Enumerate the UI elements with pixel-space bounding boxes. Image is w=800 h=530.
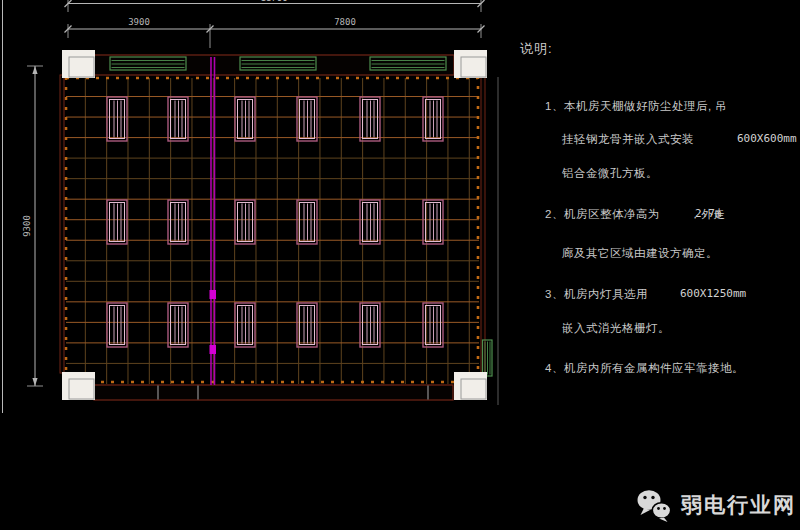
grille-light-fixture	[168, 303, 188, 347]
watermark: 弱电行业网	[634, 487, 796, 523]
structural-column	[62, 372, 95, 400]
note-text: 嵌入式消光格栅灯。	[562, 322, 670, 334]
grille-light-fixture	[297, 303, 317, 347]
notes-panel: 说明: 1、本机房天棚做好防尘处理后, 吊挂轻钢龙骨并嵌入式安装600X600m…	[520, 0, 800, 420]
dimension-label: 9300	[22, 215, 32, 237]
ceiling-grid	[66, 78, 479, 384]
note-text: 廊及其它区域由建设方确定。	[562, 247, 718, 259]
grille-lights	[107, 97, 443, 347]
structural-column	[62, 50, 95, 78]
grille-light-fixture	[423, 97, 443, 141]
cad-screenshot: 11700390078009300 说明: 1、本机房天棚做好防尘处理后, 吊挂…	[0, 0, 800, 530]
partition-wall	[210, 57, 217, 385]
grille-light-fixture	[235, 97, 255, 141]
note-line: 1、本机房天棚做好防尘处理后, 吊	[545, 99, 727, 114]
note-spec-value: 600X600mm	[737, 132, 797, 145]
grille-light-fixture	[235, 200, 255, 244]
note-line: 嵌入式消光格栅灯。	[562, 321, 670, 336]
grille-light-fixture	[360, 200, 380, 244]
grille-light-fixture	[107, 200, 127, 244]
grille-light-fixture	[168, 97, 188, 141]
ceiling-plan-drawing: 11700390078009300	[0, 0, 515, 415]
walls	[60, 55, 485, 400]
note-line: 挂轻钢龙骨并嵌入式安装600X600mm	[562, 132, 694, 147]
note-text: 3、机房内灯具选用	[545, 288, 648, 300]
note-line: 廊及其它区域由建设方确定。	[562, 246, 718, 261]
note-text: 4、机房内所有金属构件应牢靠接地。	[545, 362, 744, 374]
dimension-label: 11700	[260, 0, 287, 3]
note-line: 4、机房内所有金属构件应牢靠接地。	[545, 361, 744, 376]
note-text: 挂轻钢龙骨并嵌入式安装	[562, 133, 694, 145]
note-spec-value: 2.7m	[695, 207, 722, 220]
grille-light-fixture	[235, 303, 255, 347]
grille-light-fixture	[360, 303, 380, 347]
note-spec-value: 600X1250mm	[680, 287, 746, 300]
structural-column	[454, 50, 487, 78]
grille-light-fixture	[107, 303, 127, 347]
dimension-label: 7800	[334, 17, 356, 27]
grille-light-fixture	[168, 200, 188, 244]
wechat-icon	[634, 487, 674, 523]
watermark-text: 弱电行业网	[681, 491, 796, 519]
grille-light-fixture	[297, 97, 317, 141]
note-line: 3、机房内灯具选用600X1250mm	[545, 287, 648, 302]
grille-light-fixture	[423, 303, 443, 347]
dimension-label: 3900	[128, 17, 150, 27]
notes-heading: 说明:	[520, 40, 553, 58]
grille-light-fixture	[107, 97, 127, 141]
structural-column	[454, 372, 487, 400]
note-text: 1、本机房天棚做好防尘处理后, 吊	[545, 100, 727, 112]
note-text: 铝合金微孔方板。	[562, 167, 658, 179]
note-line: 2、机房区整体净高为 ，外走2.7m	[545, 207, 725, 222]
grille-light-fixture	[360, 97, 380, 141]
grille-light-fixture	[423, 200, 443, 244]
note-line: 铝合金微孔方板。	[562, 166, 658, 181]
grille-light-fixture	[297, 200, 317, 244]
